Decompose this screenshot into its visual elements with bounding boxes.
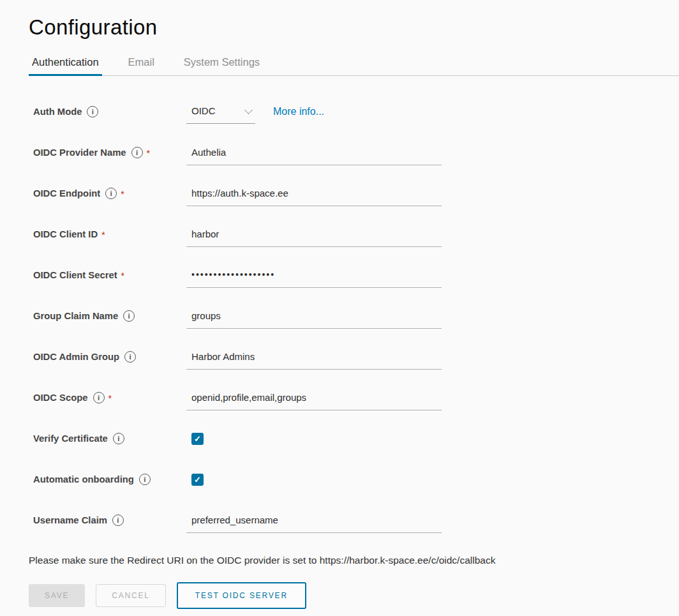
info-icon[interactable]: i (124, 351, 136, 363)
required-asterisk: * (108, 392, 112, 403)
tab-system-settings[interactable]: System Settings (181, 52, 263, 75)
username-claim-input[interactable] (186, 514, 442, 533)
page-title: Configuration (29, 15, 679, 40)
info-icon[interactable]: i (105, 188, 117, 199)
info-icon[interactable]: i (131, 147, 143, 158)
oidc-client-secret-input[interactable] (186, 269, 442, 288)
form-row-oidc-endpoint: OIDC Endpoint i * (29, 187, 679, 206)
form-row-group-claim-name: Group Claim Name i (29, 310, 679, 329)
configuration-page: Configuration Authentication Email Syste… (0, 0, 679, 609)
oidc-admin-group-input[interactable] (186, 350, 442, 370)
checkmark-icon: ✓ (194, 476, 201, 484)
auth-mode-value: OIDC (191, 105, 216, 116)
required-asterisk: * (101, 229, 105, 240)
form-row-oidc-client-id: OIDC Client ID * (29, 228, 679, 247)
info-icon[interactable]: i (139, 474, 151, 485)
required-asterisk: * (121, 188, 124, 199)
test-oidc-server-button[interactable]: TEST OIDC SERVER (177, 582, 306, 609)
chevron-down-icon (244, 106, 253, 114)
form-row-automatic-onboarding: Automatic onboarding i ✓ (29, 473, 679, 492)
field-label: Group Claim Name (33, 311, 118, 321)
info-icon[interactable]: i (112, 515, 124, 526)
action-buttons: SAVE CANCEL TEST OIDC SERVER (29, 582, 679, 609)
more-info-link[interactable]: More info... (273, 105, 324, 117)
field-label: OIDC Endpoint (33, 188, 100, 199)
oidc-endpoint-input[interactable] (186, 187, 442, 206)
checkmark-icon: ✓ (194, 435, 201, 443)
field-label: OIDC Client Secret (33, 270, 117, 280)
cancel-button[interactable]: CANCEL (96, 584, 165, 607)
form-row-oidc-client-secret: OIDC Client Secret * (29, 269, 679, 288)
field-label: OIDC Admin Group (33, 352, 119, 362)
field-label: Verify Certificate (33, 433, 108, 444)
info-icon[interactable]: i (87, 106, 98, 117)
save-button[interactable]: SAVE (29, 584, 85, 607)
oidc-scope-input[interactable] (186, 391, 442, 410)
form-row-oidc-admin-group: OIDC Admin Group i (29, 350, 679, 370)
form-row-oidc-provider-name: OIDC Provider Name i * (29, 146, 679, 165)
redirect-uri-note: Please make sure the Redirect URI on the… (29, 555, 679, 566)
field-label: OIDC Provider Name (33, 147, 126, 158)
info-icon[interactable]: i (113, 433, 124, 444)
field-label: Username Claim (33, 515, 107, 525)
tab-authentication[interactable]: Authentication (29, 52, 102, 75)
auth-mode-select[interactable]: OIDC (186, 105, 255, 124)
oidc-provider-name-input[interactable] (186, 146, 442, 165)
auth-settings-form: Auth Mode i OIDC More info... OIDC Provi… (29, 76, 679, 609)
required-asterisk: * (147, 147, 150, 158)
required-asterisk: * (121, 269, 124, 281)
form-row-oidc-scope: OIDC Scope i * (29, 391, 679, 410)
field-label: OIDC Client ID (33, 229, 98, 239)
field-label: OIDC Scope (33, 393, 88, 403)
automatic-onboarding-checkbox[interactable]: ✓ (191, 474, 204, 486)
info-icon[interactable]: i (93, 392, 105, 403)
field-label: Automatic onboarding (33, 474, 134, 485)
oidc-client-id-input[interactable] (186, 228, 442, 247)
tab-email[interactable]: Email (125, 52, 158, 75)
form-row-verify-certificate: Verify Certificate i ✓ (29, 432, 679, 451)
tab-bar: Authentication Email System Settings (29, 52, 679, 76)
info-icon[interactable]: i (123, 310, 135, 322)
group-claim-name-input[interactable] (186, 310, 442, 329)
verify-certificate-checkbox[interactable]: ✓ (191, 433, 204, 445)
field-label: Auth Mode (33, 107, 82, 117)
form-row-auth-mode: Auth Mode i OIDC More info... (29, 105, 679, 124)
form-row-username-claim: Username Claim i (29, 514, 679, 533)
